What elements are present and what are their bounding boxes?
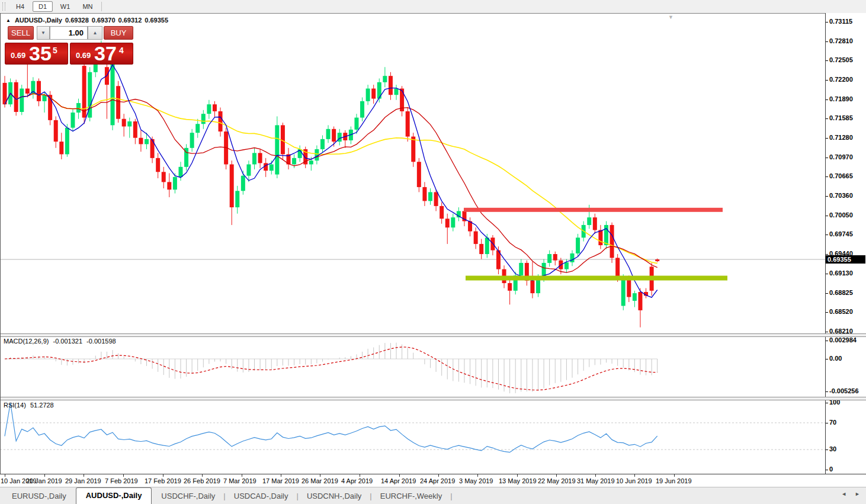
date-tick [517, 474, 518, 477]
date-tick [477, 474, 478, 477]
date-label: 13 May 2019 [499, 477, 537, 484]
support-line [466, 276, 727, 281]
date-tick [634, 474, 635, 477]
volume-input[interactable] [50, 26, 88, 40]
current-price-tag: 0.69355 [826, 255, 865, 264]
sell-button[interactable]: SELL [8, 26, 34, 40]
macd-pane[interactable] [0, 336, 825, 397]
price-axis-label-tick [826, 196, 828, 197]
price-axis-label: 0.72505 [829, 56, 853, 63]
rsi-axis-label-tick [826, 470, 828, 470]
buy-button[interactable]: BUY [104, 26, 133, 40]
sell-price-prefix: 0.69 [11, 51, 25, 60]
rsi-value: 51.2728 [30, 402, 54, 409]
price-axis-label: 0.69745 [829, 230, 853, 237]
date-axis: 10 Jan 201920 Jan 201929 Jan 20197 Feb 2… [0, 474, 866, 487]
date-label: 4 Apr 2019 [341, 477, 373, 484]
buy-price-box[interactable]: 0.69 37 4 [70, 43, 133, 65]
tab-nav: ◄ ► [841, 491, 860, 497]
timeframe-button-w1[interactable]: W1 [55, 1, 75, 12]
date-tick [360, 474, 360, 477]
date-label: 17 Feb 2019 [145, 477, 181, 484]
sell-price-sup: 5 [53, 46, 57, 55]
macd-axis-label: 0.00 [829, 355, 842, 362]
ohlc-close: 0.69355 [145, 17, 168, 24]
price-axis-label-tick [826, 99, 828, 100]
tab-usdcnh-daily[interactable]: USDCNH-,Daily [299, 489, 370, 504]
date-label: 26 Mar 2019 [302, 477, 338, 484]
chart-left-border [0, 13, 1, 474]
date-tick [44, 474, 45, 477]
trading-platform-window: H4D1W1MN ▲ AUDUSD-,Daily 0.69328 0.69370… [0, 0, 866, 504]
tab-nav-prev-icon[interactable]: ◄ [841, 491, 846, 497]
rsi-axis-label-tick [826, 423, 828, 423]
macd-axis-label: -0.005256 [829, 387, 859, 394]
date-label: 24 Apr 2019 [420, 477, 455, 484]
price-axis-label: 0.70665 [829, 172, 853, 179]
price-axis-label: 0.70050 [829, 211, 853, 219]
date-tick [242, 474, 242, 477]
timeframe-button-mn[interactable]: MN [78, 1, 98, 12]
pane-splitter-macd[interactable] [0, 333, 866, 337]
date-tick [674, 474, 675, 477]
date-tick [281, 474, 281, 477]
date-label: 22 May 2019 [538, 477, 576, 484]
resistance-line [464, 208, 723, 212]
price-axis-label-tick [826, 22, 828, 23]
timeframe-button-h4[interactable]: H4 [10, 1, 30, 12]
date-tick [320, 474, 320, 477]
price-axis-label-tick [826, 176, 828, 177]
pane-splitter-rsi[interactable] [0, 397, 866, 400]
volume-increase-button[interactable]: ▲ [88, 26, 102, 40]
tab-eurusd-daily[interactable]: EURUSD-,Daily [4, 489, 75, 504]
price-axis-label: 0.68520 [829, 308, 853, 315]
date-label: 17 Mar 2019 [262, 477, 299, 484]
tab-usdchf-daily[interactable]: USDCHF-,Daily [153, 489, 223, 504]
date-label: 26 Feb 2019 [184, 477, 220, 484]
symbol-name: AUDUSD-,Daily [15, 17, 62, 24]
rsi-axis-label: 0 [829, 466, 833, 473]
tab-eurchf-weekly[interactable]: EURCHF-,Weekly [372, 489, 451, 504]
macd-axis-label-tick [826, 359, 828, 359]
date-label: 20 Jan 2019 [26, 477, 62, 484]
date-tick [5, 474, 5, 477]
timeframe-toolbar: H4D1W1MN [0, 0, 866, 14]
buy-price-big: 37 [94, 42, 117, 65]
rsi-axis-label-tick [826, 403, 828, 403]
toolbar-grip[interactable] [2, 2, 5, 11]
date-tick [399, 474, 400, 477]
macd-axis-label-tick [826, 391, 828, 392]
tab-audusd-daily[interactable]: AUDUSD-,Daily [76, 487, 152, 504]
date-tick [123, 474, 124, 477]
price-axis-label-tick [826, 118, 828, 119]
price-axis-border [825, 13, 826, 474]
chart-shift-marker-icon[interactable]: ▼ [668, 14, 673, 20]
sell-price-box[interactable]: 0.69 35 5 [5, 43, 68, 65]
macd-axis-label: 0.002984 [829, 336, 857, 344]
tab-nav-next-icon[interactable]: ► [855, 491, 860, 497]
date-tick [163, 474, 163, 477]
rsi-axis-label-tick [826, 450, 828, 450]
timeframe-button-d1[interactable]: D1 [33, 1, 53, 12]
macd-label-row: MACD(12,26,9) -0.001321 -0.001598 [4, 338, 118, 345]
rsi-line [5, 403, 657, 452]
price-axis-label-tick [826, 332, 828, 332]
date-tick [84, 474, 84, 477]
price-axis-label: 0.72200 [829, 76, 853, 83]
volume-decrease-button[interactable]: ▼ [37, 26, 50, 40]
buy-price-sup: 4 [119, 46, 124, 55]
date-tick [556, 474, 557, 477]
tab-usdcad-daily[interactable]: USDCAD-,Daily [226, 489, 297, 504]
price-axis-label: 0.71585 [829, 114, 853, 121]
date-label: 14 Apr 2019 [381, 477, 416, 484]
price-axis-label-tick [826, 158, 828, 158]
rsi-label: RSI(14) [4, 402, 26, 409]
expand-triangle-icon[interactable]: ▲ [6, 18, 11, 23]
date-label: 19 Jun 2019 [656, 477, 692, 484]
price-axis-label-tick [826, 274, 828, 274]
rsi-axis-label: 70 [829, 419, 836, 426]
ohlc-open: 0.69328 [65, 17, 89, 24]
price-axis-label: 0.69130 [829, 269, 853, 277]
rsi-pane[interactable] [0, 400, 825, 473]
date-label: 29 Jan 2019 [65, 477, 101, 484]
